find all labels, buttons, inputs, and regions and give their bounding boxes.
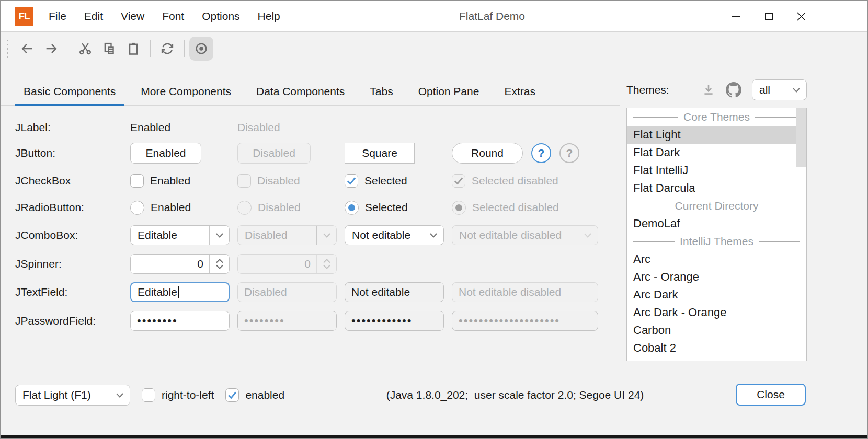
theme-item[interactable]: Arc bbox=[627, 250, 806, 268]
checkbox-selected[interactable]: Selected bbox=[345, 174, 407, 188]
enabled-button[interactable]: Enabled bbox=[130, 143, 201, 164]
back-button[interactable] bbox=[15, 37, 39, 61]
chevron-down-icon bbox=[115, 392, 124, 398]
refresh-button[interactable] bbox=[155, 37, 179, 61]
radio-label: Enabled bbox=[151, 201, 191, 214]
spinner-value[interactable]: 0 bbox=[131, 258, 209, 270]
laf-value: Flat Light (F1) bbox=[16, 389, 110, 401]
jradiobutton-row: JRadioButton: Enabled Disabled Selected … bbox=[15, 197, 598, 218]
toolbar-separator bbox=[184, 40, 185, 57]
help-button-disabled: ? bbox=[559, 143, 579, 163]
statusbar: Flat Light (F1) right-to-left enabled (J… bbox=[1, 375, 867, 436]
themes-scrollbar-thumb[interactable] bbox=[796, 108, 806, 167]
tab-basic-components[interactable]: Basic Components bbox=[15, 79, 124, 105]
menu-edit[interactable]: Edit bbox=[75, 1, 112, 32]
theme-item[interactable]: Cobalt 2 bbox=[627, 339, 806, 357]
tab-strip: Basic Components More Components Data Co… bbox=[1, 79, 620, 106]
chevron-down-icon bbox=[792, 87, 801, 93]
tab-option-pane[interactable]: Option Pane bbox=[409, 79, 488, 105]
enabled-checkbox[interactable]: enabled bbox=[225, 388, 284, 402]
right-to-left-checkbox[interactable]: right-to-left bbox=[142, 388, 214, 402]
textfield-disabled: Disabled bbox=[237, 282, 337, 302]
themes-header: Themes: all bbox=[626, 79, 807, 101]
spinner[interactable]: 0 bbox=[130, 254, 230, 274]
themes-list[interactable]: Core ThemesFlat LightFlat DarkFlat Intel… bbox=[626, 108, 807, 361]
chevron-down-icon[interactable] bbox=[215, 264, 224, 269]
paste-button[interactable] bbox=[121, 37, 145, 61]
square-button[interactable]: Square bbox=[345, 143, 415, 164]
menu-font[interactable]: Font bbox=[153, 1, 193, 32]
checkmark-icon bbox=[454, 177, 463, 185]
chevron-up-icon bbox=[323, 259, 331, 263]
jpasswordfield-row-label: JPasswordField: bbox=[15, 315, 130, 327]
tab-data-components[interactable]: Data Components bbox=[247, 79, 353, 105]
download-theme-button[interactable] bbox=[700, 81, 717, 99]
theme-item[interactable]: Arc Dark - Orange bbox=[627, 304, 806, 321]
passwordfield-not-editable-disabled: •••••••••••••••••••• bbox=[452, 311, 598, 331]
tab-tabs[interactable]: Tabs bbox=[361, 79, 402, 105]
checkbox-box bbox=[345, 174, 358, 188]
toolbar-separator bbox=[68, 40, 68, 57]
theme-item[interactable]: Arc Dark bbox=[627, 286, 806, 304]
menu-view[interactable]: View bbox=[112, 1, 153, 32]
theme-item[interactable]: Carbon bbox=[627, 321, 806, 339]
radio-circle bbox=[345, 201, 359, 215]
laf-combobox[interactable]: Flat Light (F1) bbox=[15, 385, 130, 406]
copy-button[interactable] bbox=[97, 37, 121, 61]
tab-more-components[interactable]: More Components bbox=[132, 79, 240, 105]
show-hidden-toggle-button[interactable] bbox=[189, 37, 213, 61]
jspinner-row-label: JSpinner: bbox=[15, 258, 130, 270]
radio-disabled: Disabled bbox=[237, 201, 301, 215]
chevron-down-icon bbox=[322, 232, 332, 238]
checkbox-label: enabled bbox=[245, 389, 284, 401]
radio-dot bbox=[348, 204, 355, 211]
menu-file[interactable]: File bbox=[40, 1, 75, 32]
toolbar-grip[interactable] bbox=[7, 40, 8, 58]
chevron-down-icon bbox=[323, 264, 331, 269]
chevron-down-icon bbox=[583, 232, 592, 238]
menu-options[interactable]: Options bbox=[193, 1, 248, 32]
maximize-button[interactable] bbox=[752, 1, 785, 32]
clipboard-icon bbox=[126, 41, 141, 56]
combobox-value[interactable]: Editable bbox=[131, 229, 209, 241]
textfield-not-editable-disabled: Not editable disabled bbox=[452, 282, 598, 302]
radio-label: Selected disabled bbox=[472, 201, 559, 214]
arrow-right-icon bbox=[44, 41, 59, 56]
combobox-not-editable[interactable]: Not editable bbox=[345, 225, 444, 245]
close-window-button[interactable] bbox=[785, 1, 817, 32]
theme-group-separator: Current Directory bbox=[627, 197, 806, 215]
theme-item[interactable]: Arc - Orange bbox=[627, 268, 806, 286]
jcombobox-row-label: JComboBox: bbox=[15, 229, 130, 241]
passwordfield-editable[interactable]: •••••••• bbox=[130, 311, 230, 331]
theme-item[interactable]: DemoLaf bbox=[627, 215, 806, 233]
passwordfield-disabled: •••••••• bbox=[237, 311, 337, 331]
checkbox-box bbox=[142, 388, 155, 402]
combobox-not-editable-disabled: Not editable disabled bbox=[452, 225, 598, 245]
github-link-button[interactable] bbox=[725, 81, 743, 99]
theme-item[interactable]: Flat Dark bbox=[627, 144, 806, 161]
theme-item[interactable]: Flat Darcula bbox=[627, 179, 806, 197]
close-button[interactable]: Close bbox=[736, 384, 806, 406]
forward-button[interactable] bbox=[39, 37, 63, 61]
help-button[interactable]: ? bbox=[531, 143, 551, 163]
tab-extras[interactable]: Extras bbox=[495, 79, 544, 105]
chevron-up-icon[interactable] bbox=[215, 259, 224, 263]
combobox-editable[interactable]: Editable bbox=[130, 225, 230, 245]
download-icon bbox=[701, 83, 716, 97]
combobox-value: Not editable bbox=[345, 229, 424, 241]
theme-filter-combobox[interactable]: all bbox=[752, 79, 807, 100]
radio-enabled[interactable]: Enabled bbox=[130, 201, 191, 215]
jcheckbox-row: JCheckBox Enabled Disabled Selected bbox=[15, 170, 598, 191]
theme-item[interactable]: Flat IntelliJ bbox=[627, 161, 806, 179]
round-button[interactable]: Round bbox=[452, 143, 523, 164]
theme-item[interactable]: Cyan light bbox=[627, 357, 806, 361]
jlabel-row-label: JLabel: bbox=[15, 121, 130, 134]
minimize-button[interactable] bbox=[720, 1, 752, 32]
textfield-editable[interactable]: Editable bbox=[130, 282, 230, 302]
theme-filter-value: all bbox=[752, 84, 786, 96]
theme-item[interactable]: Flat Light bbox=[627, 126, 806, 144]
cut-button[interactable] bbox=[73, 37, 97, 61]
radio-selected[interactable]: Selected bbox=[345, 201, 408, 215]
checkbox-enabled[interactable]: Enabled bbox=[130, 174, 190, 188]
radio-circle bbox=[452, 201, 466, 215]
